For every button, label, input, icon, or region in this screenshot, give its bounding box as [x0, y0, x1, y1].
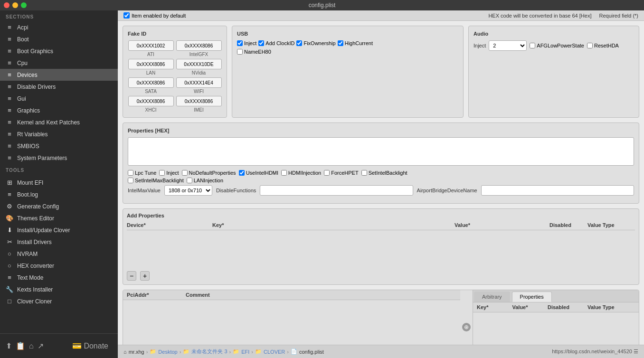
fake-id-ati-input[interactable]	[128, 40, 174, 51]
reset-hda-cb[interactable]: ResetHDA	[587, 43, 619, 48]
sidebar-item-nvram[interactable]: ○ NVRAM	[0, 248, 118, 260]
sidebar-item-mount-efi[interactable]: ⊞ Mount EFI	[0, 177, 118, 188]
path-config-plist[interactable]: config.plist	[299, 349, 324, 355]
sidebar-item-boot-graphics[interactable]: ≡ Boot Graphics	[0, 45, 118, 57]
path-efi[interactable]: EFI	[241, 349, 249, 355]
disable-functions-input[interactable]	[260, 185, 413, 196]
fake-id-intelgfx-input[interactable]	[176, 40, 222, 51]
fake-id-imei-input[interactable]	[176, 96, 222, 106]
sidebar-item-devices[interactable]: ≡ Devices	[0, 69, 118, 81]
footer-icon-3[interactable]: ⌂	[29, 342, 34, 350]
sidebar-item-rt-variables[interactable]: ≡ Rt Variables	[0, 128, 118, 140]
lan-injection-cb[interactable]: LANInjection	[187, 178, 223, 183]
usb-highcurrent-input[interactable]	[338, 40, 343, 46]
no-default-props-input[interactable]	[182, 170, 188, 176]
force-hpet-input[interactable]	[324, 170, 330, 176]
remove-property-button[interactable]: −	[127, 271, 136, 281]
sidebar-item-kexts-installer[interactable]: 🔧 Kexts Installer	[0, 283, 118, 295]
config-icon: ⚙	[6, 203, 13, 210]
sidebar-item-gui[interactable]: ≡ Gui	[0, 93, 118, 104]
maximize-button[interactable]	[21, 2, 27, 8]
sidebar-item-smbios[interactable]: ≡ SMBIOS	[0, 140, 118, 152]
sidebar-item-acpi[interactable]: ≡ Acpi	[0, 21, 118, 33]
sidebar-item-clover-cloner[interactable]: □ Clover Cloner	[0, 295, 118, 307]
intel-max-select[interactable]: 1808 or 0x710	[164, 185, 212, 196]
usb-nameeh80-cb[interactable]: NameEH80	[237, 49, 271, 55]
usb-inject-cb[interactable]: Inject	[237, 40, 256, 46]
set-intel-backlight-input[interactable]	[361, 170, 367, 176]
reset-hda-input[interactable]	[587, 43, 593, 48]
usb-addclock-input[interactable]	[258, 40, 264, 46]
statusbar-url: https://blog.csdn.net/weixin_44520 ☰	[552, 349, 638, 354]
set-intel-max-backlight-input[interactable]	[128, 178, 133, 183]
sidebar-item-disable-drivers[interactable]: ≡ Disable Drivers	[0, 81, 118, 93]
no-default-props-cb[interactable]: NoDefaultProperties	[182, 170, 236, 176]
divider-circle[interactable]: ⊕	[462, 323, 471, 331]
use-intel-hdmi-cb[interactable]: UseIntelHDMI	[239, 170, 278, 176]
footer-icons: ⬆ 📋 ⌂ ↗ 💳 Donate	[0, 337, 118, 355]
usb-inject-input[interactable]	[237, 40, 243, 46]
afg-low-power-cb[interactable]: AFGLowPowerState	[530, 43, 584, 48]
sidebar-item-cpu[interactable]: ≡ Cpu	[0, 57, 118, 69]
path-mrxhg[interactable]: mr.xhg	[129, 349, 144, 355]
path-clover[interactable]: CLOVER	[264, 349, 285, 355]
lpc-tune-input[interactable]	[128, 170, 133, 176]
fake-id-xhci-input[interactable]	[128, 96, 174, 106]
usb-fixownership-input[interactable]	[296, 40, 302, 46]
add-property-button[interactable]: +	[140, 271, 150, 281]
airport-bridge-input[interactable]	[481, 185, 634, 196]
force-hpet-cb[interactable]: ForceHPET	[324, 170, 358, 176]
usb-nameeh80-input[interactable]	[237, 49, 243, 55]
sidebar-item-system-parameters[interactable]: ≡ System Parameters	[0, 152, 118, 164]
item-enabled-checkbox[interactable]: Item enabled by default	[123, 12, 186, 19]
usb-fixownership-cb[interactable]: FixOwnership	[296, 40, 335, 46]
sidebar-item-hex-converter[interactable]: ○ HEX converter	[0, 260, 118, 272]
inject-input[interactable]	[159, 170, 165, 176]
afg-low-power-input[interactable]	[530, 43, 535, 48]
footer-icon-2[interactable]: 📋	[16, 341, 25, 350]
usb-addclock-cb[interactable]: Add ClockID	[258, 40, 294, 46]
footer-icon-1[interactable]: ⬆	[6, 341, 12, 350]
add-properties-footer: − +	[127, 271, 635, 281]
set-intel-max-backlight-cb[interactable]: SetIntelMaxBacklight	[128, 178, 184, 183]
inject-cb[interactable]: Inject	[159, 170, 179, 176]
info-bar-right: HEX code will be converted in base 64 [H…	[488, 13, 638, 19]
use-intel-hdmi-input[interactable]	[239, 170, 245, 176]
sidebar-item-install-clover[interactable]: ⬇ Install/Update Clover	[0, 224, 118, 236]
fake-id-sata-input[interactable]	[128, 77, 174, 88]
item-enabled-input[interactable]	[123, 12, 130, 19]
donate-button[interactable]: 💳 Donate	[68, 339, 112, 352]
footer-icon-4[interactable]: ↗	[38, 341, 44, 350]
audio-inject-select[interactable]: 2 0 1 3	[489, 40, 527, 51]
fake-id-nvidia: NVidia	[176, 59, 222, 75]
path-unnamed-folder[interactable]: 未命名文件夹 3	[191, 348, 227, 355]
fake-id-lan-input[interactable]	[128, 59, 174, 69]
sidebar-item-graphics[interactable]: ≡ Graphics	[0, 104, 118, 116]
bottom-left-header: PciAddr* Comment	[123, 290, 460, 300]
arbitrary-tab[interactable]: Arbitrary	[474, 292, 510, 302]
set-intel-backlight-cb[interactable]: SetIntelBacklight	[361, 170, 407, 176]
sidebar-item-text-mode[interactable]: ≡ Text Mode	[0, 272, 118, 283]
sidebar-item-boot-log[interactable]: ≡ Boot.log	[0, 188, 118, 200]
sidebar-item-label: Devices	[17, 72, 38, 78]
sidebar-item-boot[interactable]: ≡ Boot	[0, 33, 118, 45]
properties-hex-textarea[interactable]	[128, 137, 634, 166]
lan-injection-label: LANInjection	[194, 178, 223, 183]
hdmi-injection-cb[interactable]: HDMIInjection	[281, 170, 321, 176]
lpc-tune-cb[interactable]: Lpc Tune	[128, 170, 156, 176]
lan-injection-input[interactable]	[187, 178, 192, 183]
fake-id-wifi-input[interactable]	[176, 77, 222, 88]
path-desktop[interactable]: Desktop	[158, 349, 177, 355]
sidebar-item-themes-editor[interactable]: 🎨 Themes Editor	[0, 212, 118, 224]
close-button[interactable]	[4, 2, 9, 8]
sidebar-item-kernel-kext[interactable]: ≡ Kernel and Kext Patches	[0, 116, 118, 128]
download-icon: ⬇	[6, 226, 13, 234]
properties-tab[interactable]: Properties	[512, 292, 552, 302]
usb-highcurrent-cb[interactable]: HighCurrent	[338, 40, 373, 46]
col-disabled-r: Disabled	[548, 304, 586, 310]
hdmi-injection-input[interactable]	[281, 170, 287, 176]
sidebar-item-generate-config[interactable]: ⚙ Generate Config	[0, 200, 118, 212]
sidebar-item-install-drivers[interactable]: ✂ Install Drivers	[0, 236, 118, 248]
fake-id-nvidia-input[interactable]	[176, 59, 222, 69]
minimize-button[interactable]	[12, 2, 18, 8]
